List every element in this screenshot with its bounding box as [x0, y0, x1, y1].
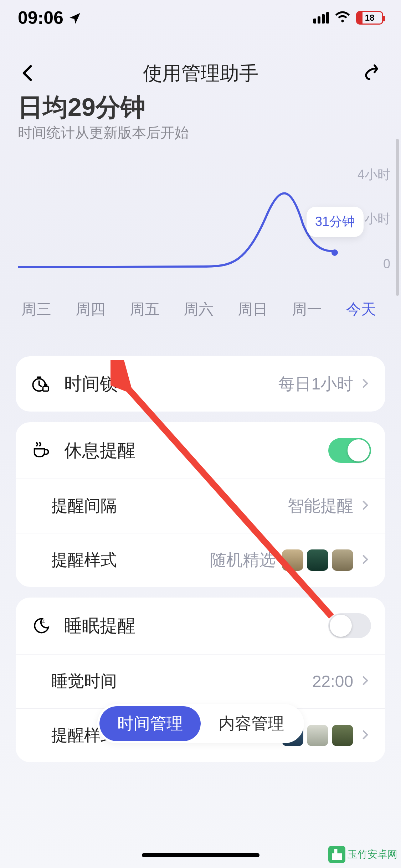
chart-ytick: 4小时 — [358, 166, 390, 184]
row-value: 随机精选 — [210, 549, 276, 571]
chevron-right-icon — [360, 554, 371, 567]
row-value: 22:00 — [312, 672, 353, 691]
chart-ytick: 小时 — [365, 210, 390, 228]
battery-icon: 18 — [356, 11, 383, 25]
chevron-right-icon — [360, 378, 371, 391]
row-title: 提醒样式 — [51, 549, 117, 571]
tab-content-management[interactable]: 内容管理 — [201, 706, 302, 741]
tab-time-management[interactable]: 时间管理 — [99, 706, 201, 741]
page-title: 使用管理助手 — [143, 61, 258, 87]
nav-header: 使用管理助手 — [0, 61, 401, 87]
home-indicator[interactable] — [142, 853, 259, 857]
segmented-control: 时间管理 内容管理 — [97, 704, 304, 743]
row-title: 睡眠提醒 — [64, 614, 135, 638]
sleep-reminder-toggle[interactable] — [328, 613, 371, 638]
moon-icon: z — [30, 616, 51, 635]
row-title: 睡觉时间 — [51, 670, 117, 692]
watermark-logo-icon — [328, 846, 345, 863]
row-value: 智能提醒 — [288, 495, 353, 517]
cell-signal-icon — [313, 12, 329, 24]
back-button[interactable] — [18, 63, 38, 85]
row-remind-interval[interactable]: 提醒间隔 智能提醒 — [16, 479, 385, 533]
timer-lock-icon — [30, 375, 51, 393]
chart-day-active: 今天 — [346, 299, 376, 319]
chart-tooltip: 31分钟 — [307, 207, 364, 237]
location-icon — [68, 11, 81, 24]
watermark-text: 玉竹安卓网 — [348, 848, 397, 861]
chart-ytick: 0 — [383, 257, 390, 272]
row-title: 时间锁 — [64, 372, 118, 396]
chevron-right-icon — [360, 500, 371, 512]
chart-day: 周一 — [292, 299, 322, 319]
usage-average-heading: 日均29分钟 — [18, 91, 145, 124]
row-sleep-time[interactable]: 睡觉时间 22:00 — [16, 654, 385, 708]
card-rest-reminder: 休息提醒 提醒间隔 智能提醒 提醒样式 随机精选 — [16, 422, 385, 587]
card-time-lock: 时间锁 每日1小时 — [16, 356, 385, 412]
row-title: 休息提醒 — [64, 439, 135, 463]
share-button[interactable] — [363, 63, 383, 85]
status-time: 09:06 — [18, 7, 63, 28]
row-title: 提醒间隔 — [51, 495, 117, 517]
cup-icon — [30, 441, 51, 460]
chevron-right-icon — [360, 675, 371, 688]
chart-day: 周三 — [21, 299, 51, 319]
svg-text:z: z — [42, 618, 45, 624]
chart-line — [18, 167, 342, 289]
rest-reminder-toggle[interactable] — [328, 438, 371, 463]
usage-chart: 4小时 小时 0 31分钟 — [18, 167, 390, 289]
chart-day: 周日 — [238, 299, 268, 319]
row-remind-style[interactable]: 提醒样式 随机精选 — [16, 533, 385, 587]
chart-day: 周五 — [130, 299, 160, 319]
chart-day: 周四 — [76, 299, 106, 319]
watermark: 玉竹安卓网 — [328, 846, 397, 863]
style-thumbnails — [282, 549, 353, 571]
row-rest-reminder: 休息提醒 — [16, 422, 385, 479]
row-value: 每日1小时 — [278, 373, 353, 395]
chart-point — [331, 249, 338, 256]
wifi-icon — [335, 9, 350, 26]
chevron-right-icon — [360, 729, 371, 742]
chart-day: 周六 — [184, 299, 214, 319]
chart-x-axis: 周三 周四 周五 周六 周日 周一 今天 — [21, 299, 376, 319]
row-time-lock[interactable]: 时间锁 每日1小时 — [16, 356, 385, 412]
svg-rect-1 — [43, 386, 48, 391]
scrollbar[interactable] — [396, 139, 399, 296]
row-sleep-reminder: z 睡眠提醒 — [16, 598, 385, 654]
status-bar: 09:06 18 — [0, 0, 401, 36]
usage-subtitle: 时间统计从更新版本后开始 — [18, 123, 189, 143]
